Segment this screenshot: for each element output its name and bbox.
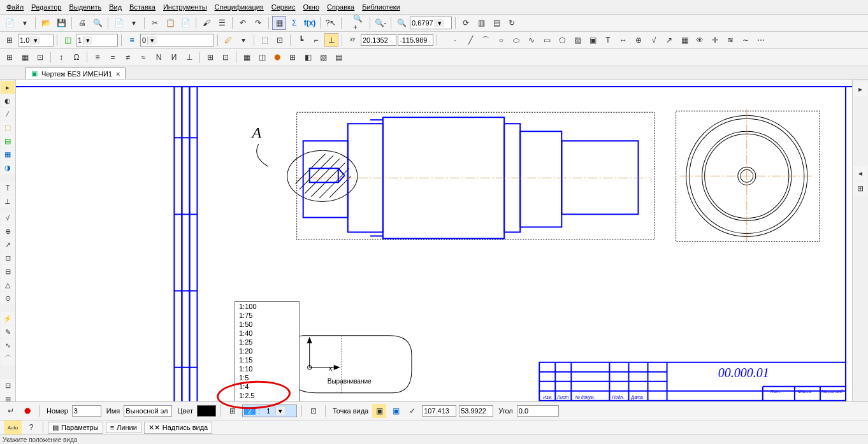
scale-opt[interactable]: 1:25	[235, 338, 299, 347]
ex2-icon[interactable]: ▦	[18, 50, 32, 64]
fx-icon[interactable]: f(x)	[303, 16, 317, 30]
tool-l5-icon[interactable]: ▦	[1, 148, 15, 161]
tool-dim-icon[interactable]: ⊥	[1, 195, 15, 208]
tool-rough-icon[interactable]: √	[1, 211, 15, 224]
coord-y-input[interactable]	[398, 34, 433, 46]
snap-icon[interactable]: ┗	[294, 33, 308, 47]
tool-l3-icon[interactable]: ⬚	[1, 121, 15, 134]
ex8-icon[interactable]: ≠	[121, 50, 135, 64]
refresh2-icon[interactable]: ↻	[505, 16, 519, 30]
geom-table-icon[interactable]: ▦	[677, 33, 691, 47]
coord-x-input[interactable]	[361, 34, 396, 46]
tool-more4-icon[interactable]: ⊙	[1, 292, 15, 304]
ex4-icon[interactable]: ↕	[54, 50, 68, 64]
layer-combo[interactable]: 1 ▾	[76, 34, 118, 47]
vp2-icon[interactable]: ▣	[389, 404, 403, 418]
angle-input[interactable]	[517, 405, 559, 417]
menu-editor[interactable]: Редактор	[29, 3, 64, 11]
tool-b1-icon[interactable]: ⊡	[1, 379, 15, 392]
scale-opt[interactable]: 1:2.5	[235, 391, 299, 400]
geom-fill-icon[interactable]: ▣	[586, 33, 600, 47]
grid-step-combo[interactable]: 1.0 ▾	[18, 34, 54, 47]
ex10-icon[interactable]: N	[152, 50, 166, 64]
scale-opt[interactable]: 1:100	[235, 302, 299, 311]
auto-icon[interactable]: Auto	[4, 420, 22, 434]
help2-icon[interactable]: ?	[24, 420, 38, 434]
panel-tab-params[interactable]: ▤ Параметры	[48, 422, 103, 434]
tool-text-icon[interactable]: T	[1, 182, 15, 194]
snap-grid-icon[interactable]: ⊞	[3, 33, 17, 47]
copy-icon[interactable]: 📋	[163, 16, 177, 30]
menu-libraries[interactable]: Библиотеки	[359, 3, 403, 11]
ex14-icon[interactable]: ⊡	[219, 50, 233, 64]
scale-lock-icon[interactable]: ⊞	[226, 404, 240, 418]
layer-icon[interactable]: ◫	[61, 33, 75, 47]
menu-window[interactable]: Окно	[300, 3, 322, 11]
right-tool1-icon[interactable]: ▸	[853, 82, 867, 96]
ortho1-icon[interactable]: ⬚	[257, 33, 271, 47]
ex12-icon[interactable]: ⊥	[182, 50, 196, 64]
snap2-icon[interactable]: ⌐	[309, 33, 323, 47]
tool-spline-icon[interactable]: ∿	[1, 339, 15, 352]
scale-opt[interactable]: 1:5	[235, 373, 299, 382]
variables-icon[interactable]: Σ	[287, 16, 301, 30]
geom-line-icon[interactable]: ╱	[463, 33, 477, 47]
zoom-in-icon[interactable]: 🔍+	[352, 16, 366, 30]
new-dropdown-icon[interactable]: ▾	[18, 16, 32, 30]
new-doc-icon[interactable]: 📄	[3, 16, 17, 30]
print-preview-icon[interactable]: 🔍	[90, 16, 105, 30]
scale-opt[interactable]: 1:15	[235, 355, 299, 364]
panel-tab-lines[interactable]: ≡ Линии	[106, 422, 141, 433]
tool-bolt-icon[interactable]: ⚡	[1, 312, 15, 325]
scale-dropdown-icon[interactable]: ▾	[275, 407, 285, 415]
tool-leader-icon[interactable]: ↗	[1, 238, 15, 251]
scale-combo[interactable]: 2 : 1 ▾	[242, 405, 297, 417]
menu-tools[interactable]: Инструменты	[161, 3, 210, 11]
scale-opt[interactable]: 1:10	[235, 364, 299, 373]
color-swatch[interactable]	[197, 405, 216, 417]
brush-icon[interactable]: 🖊	[221, 33, 235, 47]
geom-text-icon[interactable]: T	[601, 33, 615, 47]
snap3-icon[interactable]: ⊥	[324, 33, 338, 47]
toggle1-icon[interactable]: ⊡	[307, 404, 321, 418]
name-input[interactable]	[124, 405, 172, 417]
zoom-out-icon[interactable]: 🔍-	[373, 16, 387, 30]
ex1-icon[interactable]: ⊞	[3, 50, 17, 64]
stop-icon[interactable]: ⬣	[20, 404, 34, 418]
zoom-fit-icon[interactable]: 🔍	[394, 16, 409, 30]
right-tool2-icon[interactable]: ◂	[853, 166, 867, 180]
geom-leader-icon[interactable]: ↗	[662, 33, 676, 47]
layout2-icon[interactable]: ▤	[489, 16, 503, 30]
refresh-icon[interactable]: ⟳	[459, 16, 473, 30]
linestyle-icon[interactable]: ≡	[125, 33, 139, 47]
geom-poly-icon[interactable]: ⬠	[555, 33, 569, 47]
properties-icon[interactable]: ☰	[215, 16, 229, 30]
menu-select[interactable]: Выделить	[66, 3, 104, 11]
ex20-icon[interactable]: ▧	[316, 50, 330, 64]
geom-spline-icon[interactable]: ∿	[524, 33, 539, 47]
geom-ellipse-icon[interactable]: ⬭	[509, 33, 523, 47]
save-icon[interactable]: 💾	[54, 16, 68, 30]
geom-circle-icon[interactable]: ○	[494, 33, 508, 47]
drawing-canvas[interactable]: А	[16, 80, 852, 419]
menu-help[interactable]: Справка	[324, 3, 357, 11]
ex3-icon[interactable]: ⊡	[33, 50, 47, 64]
menu-service[interactable]: Сервис	[269, 3, 298, 11]
zoom-combo[interactable]: 0.6797 ▾	[410, 17, 452, 29]
tool-more1-icon[interactable]: ⊡	[1, 252, 15, 264]
tool-l4-icon[interactable]: ▤	[1, 134, 15, 147]
chevron-down-icon[interactable]: ▾	[147, 36, 157, 45]
document-tab[interactable]: ▣ Чертеж БЕЗ ИМЕНИ1 ×	[25, 68, 126, 79]
redo-icon[interactable]: ↷	[251, 16, 265, 30]
vp1-icon[interactable]: ▣	[372, 404, 386, 418]
scale-opt[interactable]: 1:4	[235, 382, 299, 391]
point-y-input[interactable]	[459, 405, 493, 417]
tool-l6-icon[interactable]: ◑	[1, 161, 15, 174]
point-x-input[interactable]	[422, 405, 456, 417]
undo-icon[interactable]: ↶	[236, 16, 250, 30]
geom-wave-icon[interactable]: ∼	[739, 33, 753, 47]
preview-icon[interactable]: 📄	[112, 16, 126, 30]
open-icon[interactable]: 📂	[39, 16, 53, 30]
layout-icon[interactable]: ▥	[474, 16, 488, 30]
geom-rect-icon[interactable]: ▭	[540, 33, 554, 47]
